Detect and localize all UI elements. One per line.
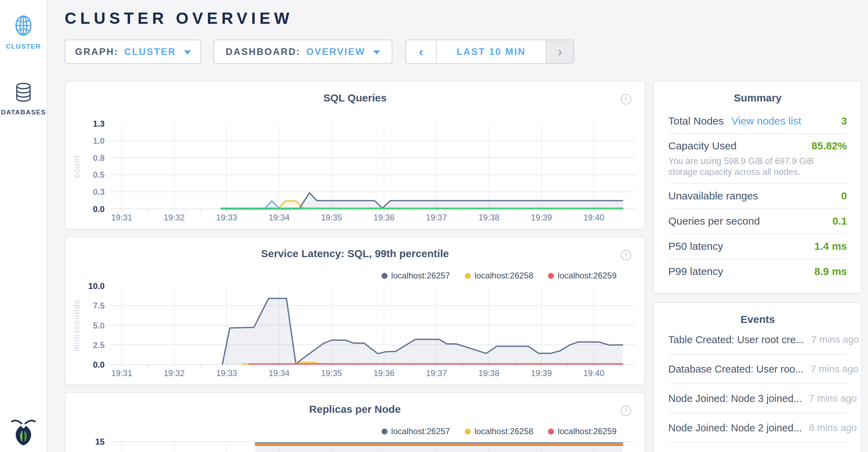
svg-text:19:34: 19:34 xyxy=(269,213,290,222)
svg-text:19:34: 19:34 xyxy=(269,368,290,378)
svg-text:19:32: 19:32 xyxy=(164,368,185,378)
globe-icon xyxy=(15,15,32,38)
time-prev-button[interactable]: ‹ xyxy=(406,40,437,63)
service-latency-plot: 19:3119:3219:3319:3419:3519:3619:3719:38… xyxy=(65,237,646,386)
events-title: Events xyxy=(668,303,847,325)
svg-text:19:38: 19:38 xyxy=(478,368,499,378)
svg-text:0.0: 0.0 xyxy=(93,360,105,369)
legend-item[interactable]: localhost:26259 xyxy=(548,426,617,436)
capacity-description: You are using 598.9 GiB of 697.9 GiB sto… xyxy=(668,156,845,177)
time-range-selector: ‹ LAST 10 MIN › xyxy=(405,40,574,64)
summary-row-unavailable-ranges: Unavailable ranges 0 xyxy=(668,184,847,209)
dashboard-dropdown-label: DASHBOARD: xyxy=(226,47,301,57)
info-icon[interactable]: ! xyxy=(621,94,631,105)
svg-text:19:36: 19:36 xyxy=(373,368,394,378)
svg-text:2.5: 2.5 xyxy=(93,340,105,350)
svg-text:19:35: 19:35 xyxy=(321,368,342,378)
svg-text:19:32: 19:32 xyxy=(164,213,185,222)
svg-text:19:31: 19:31 xyxy=(111,368,132,378)
event-row: Database Created: User roo... 7 mins ago xyxy=(668,355,847,384)
summary-row-capacity: Capacity Used 85.82% You are using 598.9… xyxy=(668,134,847,184)
event-text: Table Created: User root cre... xyxy=(668,334,804,346)
dashboard-dropdown[interactable]: DASHBOARD: OVERVIEW xyxy=(213,40,392,64)
event-time: 7 mins ago xyxy=(804,334,859,345)
chart-card-replicas-per-node: 19:3119:3219:3319:3419:3519:3619:3719:38… xyxy=(65,392,645,452)
unavailable-ranges-label: Unavailable ranges xyxy=(668,190,758,202)
summary-row-p50: P50 latency 1.4 ms xyxy=(668,234,847,259)
view-nodes-list-link[interactable]: View nodes list xyxy=(731,115,801,127)
graph-dropdown-value: CLUSTER xyxy=(124,47,176,57)
svg-text:19:36: 19:36 xyxy=(373,213,394,222)
svg-text:0.5: 0.5 xyxy=(93,170,105,179)
p99-latency-value: 8.9 ms xyxy=(814,266,847,277)
chevron-down-icon xyxy=(184,50,191,55)
svg-text:1.3: 1.3 xyxy=(93,119,105,128)
qps-value: 0.1 xyxy=(832,215,847,227)
replicas-per-node-plot: 19:3119:3219:3319:3419:3519:3619:3719:38… xyxy=(65,393,646,452)
controls-bar: GRAPH: CLUSTER DASHBOARD: OVERVIEW ‹ LAS… xyxy=(65,40,868,64)
svg-text:19:33: 19:33 xyxy=(216,368,237,378)
info-icon[interactable]: ! xyxy=(621,405,631,416)
chart-legend: localhost:26257localhost:26258localhost:… xyxy=(382,426,617,436)
svg-text:1.0: 1.0 xyxy=(93,136,105,146)
legend-item[interactable]: localhost:26259 xyxy=(548,271,617,281)
svg-text:19:35: 19:35 xyxy=(321,213,342,222)
svg-text:19:33: 19:33 xyxy=(216,213,237,222)
right-column: Summary Total Nodes View nodes list 3 Ca… xyxy=(653,81,862,452)
svg-text:19:31: 19:31 xyxy=(111,213,132,222)
sidebar-item-cluster[interactable]: CLUSTER xyxy=(6,15,41,50)
event-row: Node Joined: Node 2 joined... 8 mins ago xyxy=(668,414,847,443)
svg-text:10.0: 10.0 xyxy=(88,281,105,291)
app-root: CLUSTER DATABASES xyxy=(0,0,868,452)
event-time: 7 mins ago xyxy=(802,393,857,404)
event-text: Node Joined: Node 3 joined... xyxy=(668,393,802,404)
legend-dot-icon xyxy=(548,273,554,279)
dashboard-content: 19:3119:3219:3319:3419:3519:3619:3719:38… xyxy=(65,81,868,452)
p99-latency-label: P99 latency xyxy=(668,266,723,277)
summary-row-total-nodes: Total Nodes View nodes list 3 xyxy=(668,109,847,134)
summary-row-p99: P99 latency 8.9 ms xyxy=(668,259,847,284)
p50-latency-label: P50 latency xyxy=(668,240,723,252)
event-time: 8 mins ago xyxy=(802,422,857,433)
legend-item[interactable]: localhost:26257 xyxy=(382,426,450,436)
legend-label: localhost:26257 xyxy=(391,271,450,281)
svg-text:19:37: 19:37 xyxy=(426,213,447,222)
chevron-down-icon xyxy=(373,50,380,55)
svg-text:7.5: 7.5 xyxy=(93,301,105,310)
chart-card-sql-queries: 19:3119:3219:3319:3419:3519:3619:3719:38… xyxy=(65,81,645,229)
dashboard-dropdown-value: OVERVIEW xyxy=(306,47,365,57)
svg-text:19:40: 19:40 xyxy=(583,213,604,222)
svg-text:19:39: 19:39 xyxy=(531,368,552,378)
unavailable-ranges-value: 0 xyxy=(841,190,847,202)
database-icon xyxy=(15,83,32,104)
svg-text:0.0: 0.0 xyxy=(93,204,105,214)
time-next-button[interactable]: › xyxy=(546,40,574,63)
event-text: Node Joined: Node 2 joined... xyxy=(668,422,802,434)
chart-legend: localhost:26257localhost:26258localhost:… xyxy=(382,271,617,281)
legend-label: localhost:26259 xyxy=(558,271,617,281)
summary-title: Summary xyxy=(668,82,847,104)
info-icon[interactable]: ! xyxy=(621,250,631,260)
legend-item[interactable]: localhost:26257 xyxy=(382,271,450,281)
p50-latency-value: 1.4 ms xyxy=(814,240,847,252)
legend-dot-icon xyxy=(382,429,387,435)
event-row: Node Joined: Node 3 joined... 7 mins ago xyxy=(668,384,847,414)
capacity-label: Capacity Used xyxy=(668,140,737,152)
sidebar-item-label: DATABASES xyxy=(1,108,46,116)
sidebar-item-databases[interactable]: DATABASES xyxy=(1,83,46,116)
legend-dot-icon xyxy=(465,273,471,279)
time-range-label[interactable]: LAST 10 MIN xyxy=(437,40,546,63)
graph-dropdown[interactable]: GRAPH: CLUSTER xyxy=(65,40,201,64)
capacity-value: 85.82% xyxy=(811,140,847,152)
legend-item[interactable]: localhost:26258 xyxy=(465,426,533,436)
svg-text:15: 15 xyxy=(95,437,105,446)
legend-dot-icon xyxy=(382,273,387,279)
svg-text:0.3: 0.3 xyxy=(93,187,105,197)
events-panel: Events Table Created: User root cre... 7… xyxy=(653,302,862,452)
sidebar: CLUSTER DATABASES xyxy=(0,0,48,452)
chart-card-service-latency: 19:3119:3219:3319:3419:3519:3619:3719:38… xyxy=(65,236,645,385)
svg-text:count: count xyxy=(72,155,81,178)
legend-item[interactable]: localhost:26258 xyxy=(465,271,533,281)
svg-text:5.0: 5.0 xyxy=(93,321,105,330)
page-title: CLUSTER OVERVIEW xyxy=(65,8,868,28)
